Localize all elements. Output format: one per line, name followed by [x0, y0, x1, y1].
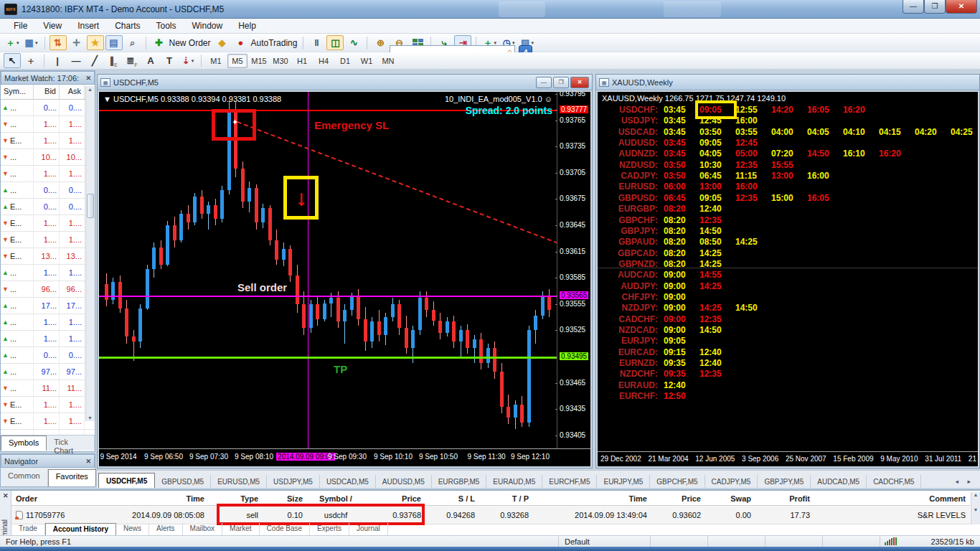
price-axis[interactable]: 0.937950.937770.937650.937350.937050.936… — [557, 92, 590, 448]
terminal-column-swap[interactable]: Swap — [705, 494, 755, 503]
navigator-header[interactable]: Navigator ✕ — [1, 454, 95, 468]
crosshair-button[interactable]: ＋ — [22, 53, 39, 68]
equidistant-channel-button[interactable]: ∥E — [105, 53, 122, 68]
terminal-column-profit[interactable]: Profit — [755, 494, 814, 503]
terminal-tab-account-history[interactable]: Account History — [45, 523, 116, 535]
zoom-in-button[interactable]: ⊕ — [372, 35, 389, 50]
terminal-tab-journal[interactable]: Journal — [349, 523, 388, 535]
terminal-column-price[interactable]: Price — [364, 494, 425, 503]
market-watch-row[interactable]: ▼E...1....1.... — [1, 133, 95, 149]
signals-canvas[interactable]: XAUUSD,Weekly 1266.75 1271.75 1247.74 12… — [598, 92, 978, 466]
market-watch-row[interactable]: ▼E...1....1.... — [1, 232, 95, 248]
market-watch-tab-symbols[interactable]: Symbols — [1, 435, 47, 451]
dropdown-caret-icon[interactable]: ▾ — [192, 58, 194, 64]
market-watch-row[interactable]: ▼E...1....1.... — [1, 413, 95, 430]
data-window-button[interactable]: ✛ — [68, 35, 85, 50]
signals-window-titlebar[interactable]: ▦ XAUUSD,Weekly — [596, 75, 979, 90]
chart-tab-cadchf-m5[interactable]: CADCHF,M5 — [867, 475, 921, 488]
arrows-button[interactable]: ⇣▾ — [179, 53, 197, 68]
chart-tab-eurchf-m5[interactable]: EURCHF,M5 — [542, 475, 597, 488]
terminal-tab-news[interactable]: News — [116, 523, 149, 535]
timeframe-m15[interactable]: M15 — [249, 54, 269, 68]
chart-tab-audusd-m5[interactable]: AUDUSD,M5 — [376, 475, 432, 488]
chart-close-button[interactable]: ✕ — [570, 77, 589, 88]
chart-tab-gbpchf-m5[interactable]: GBPCHF,M5 — [650, 475, 705, 488]
terminal-column-type[interactable]: Type — [209, 494, 263, 503]
market-watch-header[interactable]: Market Watch: 17:06: ✕ — [1, 71, 95, 85]
strategy-tester-button[interactable]: ⌕ — [124, 35, 141, 50]
vertical-line-button[interactable]: | — [49, 53, 66, 68]
navigator-tab-common[interactable]: Common — [1, 469, 48, 486]
terminal-column-price[interactable]: Price — [651, 494, 705, 503]
chart-tab-usdjpy-m5[interactable]: USDJPY,M5 — [267, 475, 320, 488]
close-button[interactable]: ✕ — [946, 0, 977, 14]
terminal-tab-mailbox[interactable]: Mailbox — [183, 523, 222, 535]
market-watch-row[interactable]: ▲...17...17... — [1, 298, 95, 314]
chart-tab-audcad-m5[interactable]: AUDCAD,M5 — [811, 475, 867, 488]
market-watch-toggle-button[interactable]: ⇅ — [50, 35, 67, 50]
chart-window-titlebar[interactable]: ▦ USDCHF,M5 — ❐ ✕ — [98, 75, 592, 90]
chart-tab-cadjpy-m5[interactable]: CADJPY,M5 — [705, 475, 758, 488]
dropdown-caret-icon[interactable]: ▾ — [17, 40, 19, 46]
timeframe-h4[interactable]: H4 — [314, 54, 334, 68]
market-watch-row[interactable]: ▲...1....1.... — [1, 331, 95, 347]
chart-tab-eurjpy-m5[interactable]: EURJPY,M5 — [597, 475, 650, 488]
new-order-button[interactable]: ✚ — [151, 35, 168, 50]
market-watch-row[interactable]: ▲...87...87... — [1, 430, 95, 435]
terminal-scrollbar[interactable]: ▲▼ — [971, 492, 980, 524]
profiles-button[interactable]: ▦▾ — [23, 35, 40, 50]
market-watch-row[interactable]: ▼...96...96... — [1, 281, 95, 298]
navigator-tab-favorites[interactable]: Favorites — [48, 469, 96, 486]
terminal-tab-market[interactable]: Market — [222, 523, 260, 535]
market-watch-row[interactable]: ▼E...1....1.... — [1, 215, 95, 232]
close-icon[interactable]: ✕ — [3, 492, 9, 499]
terminal-tab-code-base[interactable]: Code Base — [260, 523, 310, 535]
terminal-column-tp[interactable]: T / P — [479, 494, 533, 503]
close-icon[interactable]: ✕ — [85, 458, 91, 465]
timeframe-m1[interactable]: M1 — [206, 54, 226, 68]
cursor-button[interactable]: ↖ — [4, 53, 21, 68]
market-watch-row[interactable]: ▲...1....1.... — [1, 265, 95, 281]
autotrading-label[interactable]: AutoTrading — [251, 38, 298, 48]
navigator-toggle-button[interactable]: ★ — [87, 35, 104, 50]
sell-order-line[interactable] — [99, 296, 557, 297]
chart-tab-usdcad-m5[interactable]: USDCAD,M5 — [320, 475, 376, 488]
line-chart-button[interactable]: ∿ — [345, 35, 362, 50]
column-bid[interactable]: Bid — [34, 85, 60, 99]
menu-help[interactable]: Help — [230, 19, 264, 32]
scroll-thumb[interactable] — [87, 194, 94, 218]
chart-tab-eurgbp-m5[interactable]: EURGBP,M5 — [432, 475, 487, 488]
trendline-button[interactable]: ╱ — [86, 53, 103, 68]
restore-button[interactable]: ❐ — [924, 0, 946, 14]
market-watch-row[interactable]: ▲E...0....0.... — [1, 199, 95, 215]
column-ask[interactable]: Ask — [60, 85, 85, 99]
market-watch-row[interactable]: ▲...0....0.... — [1, 347, 95, 364]
chart-tab-euraud-m5[interactable]: EURAUD,M5 — [486, 475, 542, 488]
market-watch-tab-tick-chart[interactable]: Tick Chart — [47, 435, 95, 451]
candlestick-chart-button[interactable]: ◫ — [326, 35, 344, 50]
chart-minimize-button[interactable]: — — [536, 77, 552, 88]
menu-window[interactable]: Window — [184, 19, 231, 32]
terminal-tab-experts[interactable]: Experts — [310, 523, 349, 535]
scroll-down-icon[interactable]: ▼ — [88, 415, 93, 420]
vertical-line-annotation[interactable] — [308, 92, 308, 448]
text-label-button[interactable]: T — [161, 53, 178, 68]
market-watch-scrollbar[interactable]: ▲ ▼ — [85, 86, 95, 421]
timeframe-mn[interactable]: MN — [378, 54, 398, 68]
terminal-toggle-button[interactable]: ▤ — [105, 35, 123, 50]
market-watch-row[interactable]: ▲...97...97... — [1, 364, 95, 380]
dropdown-caret-icon[interactable]: ▾ — [35, 40, 38, 46]
scroll-up-icon[interactable]: ▲ — [88, 87, 93, 92]
market-watch-row[interactable]: ▲...0....0.... — [1, 100, 95, 116]
terminal-column-time[interactable]: Time — [80, 494, 209, 503]
dropdown-caret-icon[interactable]: ▾ — [531, 40, 534, 46]
market-watch-row[interactable]: ▼E...1....1.... — [1, 397, 95, 413]
timeframe-d1[interactable]: D1 — [335, 54, 355, 68]
market-watch-row[interactable]: ▼...1....1.... — [1, 166, 95, 182]
metaeditor-button[interactable]: ◆ — [214, 35, 231, 50]
chart-plot-area[interactable]: ↓ ✦ Emergency SL Sell order TP ▼ USDCHF,… — [99, 92, 557, 448]
market-watch-row[interactable]: ▲...0....0.... — [1, 182, 95, 199]
bar-chart-button[interactable]: ‖ — [308, 35, 325, 50]
terminal-column-symbol[interactable]: Symbol / — [307, 494, 364, 503]
market-watch-row[interactable]: ▼...10...10... — [1, 149, 95, 166]
